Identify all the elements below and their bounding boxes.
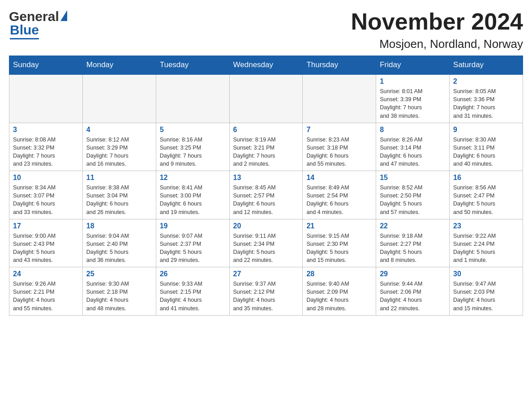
calendar-week-row: 3Sunrise: 8:08 AMSunset: 3:32 PMDaylight… <box>9 123 523 171</box>
day-number: 17 <box>13 222 79 230</box>
col-tuesday: Tuesday <box>156 56 229 75</box>
logo-row: General <box>9 9 68 24</box>
table-row: 10Sunrise: 8:34 AMSunset: 3:07 PMDayligh… <box>9 171 83 219</box>
table-row: 17Sunrise: 9:00 AMSunset: 2:43 PMDayligh… <box>9 219 83 267</box>
day-number: 10 <box>13 174 79 182</box>
day-number: 20 <box>233 222 299 230</box>
table-row: 22Sunrise: 9:18 AMSunset: 2:27 PMDayligh… <box>376 219 450 267</box>
calendar-header-row: Sunday Monday Tuesday Wednesday Thursday… <box>9 56 523 75</box>
page-header: General Blue November 2024 Mosjoen, Nord… <box>9 9 523 51</box>
col-sunday: Sunday <box>9 56 83 75</box>
day-number: 25 <box>86 270 152 278</box>
day-info: Sunrise: 9:18 AMSunset: 2:27 PMDaylight:… <box>380 232 446 265</box>
calendar-week-row: 10Sunrise: 8:34 AMSunset: 3:07 PMDayligh… <box>9 171 523 219</box>
logo: General Blue <box>9 9 68 38</box>
day-info: Sunrise: 8:26 AMSunset: 3:14 PMDaylight:… <box>380 136 446 168</box>
table-row: 18Sunrise: 9:04 AMSunset: 2:40 PMDayligh… <box>82 219 156 267</box>
table-row <box>229 74 303 123</box>
day-number: 23 <box>453 222 519 230</box>
day-number: 29 <box>380 270 446 278</box>
day-info: Sunrise: 9:37 AMSunset: 2:12 PMDaylight:… <box>233 280 299 313</box>
day-info: Sunrise: 8:45 AMSunset: 2:57 PMDaylight:… <box>233 184 299 216</box>
day-info: Sunrise: 8:08 AMSunset: 3:32 PMDaylight:… <box>13 136 79 168</box>
table-row: 8Sunrise: 8:26 AMSunset: 3:14 PMDaylight… <box>376 123 450 171</box>
day-number: 22 <box>380 222 446 230</box>
day-info: Sunrise: 8:38 AMSunset: 3:04 PMDaylight:… <box>86 184 152 216</box>
day-number: 3 <box>13 126 79 134</box>
day-number: 26 <box>160 270 226 278</box>
col-thursday: Thursday <box>303 56 376 75</box>
day-number: 9 <box>453 126 519 134</box>
table-row: 16Sunrise: 8:56 AMSunset: 2:47 PMDayligh… <box>450 171 523 219</box>
day-info: Sunrise: 9:22 AMSunset: 2:24 PMDaylight:… <box>453 232 519 265</box>
table-row <box>9 74 83 123</box>
calendar-week-row: 1Sunrise: 8:01 AMSunset: 3:39 PMDaylight… <box>9 74 523 123</box>
day-info: Sunrise: 8:19 AMSunset: 3:21 PMDaylight:… <box>233 136 299 168</box>
table-row: 13Sunrise: 8:45 AMSunset: 2:57 PMDayligh… <box>229 171 303 219</box>
day-number: 28 <box>306 270 372 278</box>
day-number: 11 <box>86 174 152 182</box>
table-row: 30Sunrise: 9:47 AMSunset: 2:03 PMDayligh… <box>450 267 523 316</box>
day-info: Sunrise: 8:41 AMSunset: 3:00 PMDaylight:… <box>160 184 226 216</box>
col-friday: Friday <box>376 56 450 75</box>
table-row: 2Sunrise: 8:05 AMSunset: 3:36 PMDaylight… <box>450 74 523 123</box>
table-row: 6Sunrise: 8:19 AMSunset: 3:21 PMDaylight… <box>229 123 303 171</box>
table-row: 21Sunrise: 9:15 AMSunset: 2:30 PMDayligh… <box>303 219 376 267</box>
calendar-week-row: 17Sunrise: 9:00 AMSunset: 2:43 PMDayligh… <box>9 219 523 267</box>
day-number: 19 <box>160 222 226 230</box>
day-info: Sunrise: 8:34 AMSunset: 3:07 PMDaylight:… <box>13 184 79 216</box>
table-row: 24Sunrise: 9:26 AMSunset: 2:21 PMDayligh… <box>9 267 83 316</box>
table-row: 4Sunrise: 8:12 AMSunset: 3:29 PMDaylight… <box>82 123 156 171</box>
day-info: Sunrise: 8:49 AMSunset: 2:54 PMDaylight:… <box>306 184 372 216</box>
table-row: 26Sunrise: 9:33 AMSunset: 2:15 PMDayligh… <box>156 267 229 316</box>
table-row <box>156 74 229 123</box>
table-row: 14Sunrise: 8:49 AMSunset: 2:54 PMDayligh… <box>303 171 376 219</box>
day-info: Sunrise: 9:30 AMSunset: 2:18 PMDaylight:… <box>86 280 152 313</box>
table-row: 15Sunrise: 8:52 AMSunset: 2:50 PMDayligh… <box>376 171 450 219</box>
day-info: Sunrise: 9:33 AMSunset: 2:15 PMDaylight:… <box>160 280 226 313</box>
day-number: 5 <box>160 126 226 134</box>
day-info: Sunrise: 9:47 AMSunset: 2:03 PMDaylight:… <box>453 280 519 313</box>
table-row: 3Sunrise: 8:08 AMSunset: 3:32 PMDaylight… <box>9 123 83 171</box>
day-number: 21 <box>306 222 372 230</box>
day-info: Sunrise: 9:07 AMSunset: 2:37 PMDaylight:… <box>160 232 226 265</box>
col-saturday: Saturday <box>450 56 523 75</box>
calendar-location: Mosjoen, Nordland, Norway <box>351 37 523 51</box>
day-number: 2 <box>453 77 519 86</box>
day-number: 4 <box>86 126 152 134</box>
logo-text-general: General <box>9 9 59 24</box>
day-number: 30 <box>453 270 519 278</box>
day-info: Sunrise: 8:05 AMSunset: 3:36 PMDaylight:… <box>453 87 519 120</box>
logo-text-blue: Blue <box>10 22 39 39</box>
calendar-title: November 2024 <box>351 9 523 34</box>
day-info: Sunrise: 9:15 AMSunset: 2:30 PMDaylight:… <box>306 232 372 265</box>
day-info: Sunrise: 9:26 AMSunset: 2:21 PMDaylight:… <box>13 280 79 313</box>
day-info: Sunrise: 9:44 AMSunset: 2:06 PMDaylight:… <box>380 280 446 313</box>
day-number: 14 <box>306 174 372 182</box>
day-info: Sunrise: 9:04 AMSunset: 2:40 PMDaylight:… <box>86 232 152 265</box>
day-info: Sunrise: 8:16 AMSunset: 3:25 PMDaylight:… <box>160 136 226 168</box>
table-row: 27Sunrise: 9:37 AMSunset: 2:12 PMDayligh… <box>229 267 303 316</box>
table-row: 23Sunrise: 9:22 AMSunset: 2:24 PMDayligh… <box>450 219 523 267</box>
col-wednesday: Wednesday <box>229 56 303 75</box>
day-number: 27 <box>233 270 299 278</box>
table-row: 1Sunrise: 8:01 AMSunset: 3:39 PMDaylight… <box>376 74 450 123</box>
day-info: Sunrise: 9:11 AMSunset: 2:34 PMDaylight:… <box>233 232 299 265</box>
day-number: 1 <box>380 77 446 86</box>
calendar-table: Sunday Monday Tuesday Wednesday Thursday… <box>9 56 523 316</box>
day-info: Sunrise: 8:30 AMSunset: 3:11 PMDaylight:… <box>453 136 519 168</box>
table-row: 5Sunrise: 8:16 AMSunset: 3:25 PMDaylight… <box>156 123 229 171</box>
day-number: 24 <box>13 270 79 278</box>
day-info: Sunrise: 8:12 AMSunset: 3:29 PMDaylight:… <box>86 136 152 168</box>
day-number: 12 <box>160 174 226 182</box>
logo-chevron-icon <box>60 10 67 21</box>
table-row <box>303 74 376 123</box>
table-row: 20Sunrise: 9:11 AMSunset: 2:34 PMDayligh… <box>229 219 303 267</box>
day-number: 16 <box>453 174 519 182</box>
table-row: 25Sunrise: 9:30 AMSunset: 2:18 PMDayligh… <box>82 267 156 316</box>
table-row: 19Sunrise: 9:07 AMSunset: 2:37 PMDayligh… <box>156 219 229 267</box>
day-info: Sunrise: 8:23 AMSunset: 3:18 PMDaylight:… <box>306 136 372 168</box>
day-info: Sunrise: 8:01 AMSunset: 3:39 PMDaylight:… <box>380 87 446 120</box>
day-number: 6 <box>233 126 299 134</box>
day-info: Sunrise: 8:56 AMSunset: 2:47 PMDaylight:… <box>453 184 519 216</box>
